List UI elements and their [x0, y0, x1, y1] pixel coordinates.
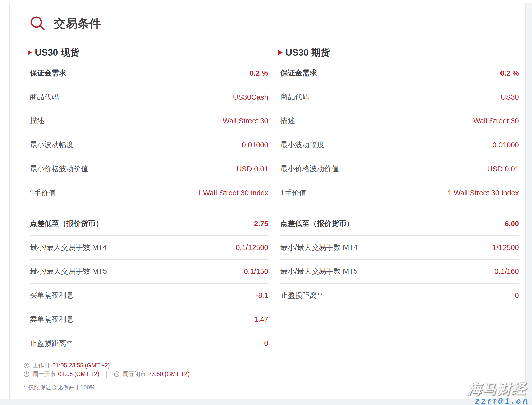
- spec-row-value: USD 0.01: [237, 165, 268, 173]
- clock-icon: [114, 371, 120, 377]
- watermark: 海马财经 zzrt01.cn: [468, 382, 530, 405]
- spec-row-label: 最小/最大交易手数 MT4: [30, 242, 107, 253]
- spec-section: 点差低至（报价货币）6.00最小/最大交易手数 MT41/12500最小/最大交…: [280, 212, 519, 307]
- friday-close-value: 23:50 (GMT +2): [148, 371, 190, 378]
- spec-row-value: 1 Wall Street 30 index: [448, 189, 519, 197]
- monday-open-value: 01:05 (GMT +2): [58, 371, 99, 378]
- spec-row: 最小价格波动价值USD 0.01: [30, 157, 268, 181]
- spec-section: 保证金需求0.2 %商品代码US30Cash描述Wall Street 30最小…: [30, 61, 268, 205]
- spec-row: 商品代码US30: [280, 85, 519, 109]
- spec-row-value: -8.1: [256, 291, 268, 300]
- spec-row-label: 保证金需求: [30, 68, 66, 78]
- spec-row: 最小/最大交易手数 MT50.1/150: [30, 260, 268, 284]
- spec-row-value: 1 Wall Street 30 index: [197, 189, 268, 197]
- spec-row-value: Wall Street 30: [473, 117, 519, 125]
- spec-row: 保证金需求0.2 %: [280, 61, 519, 85]
- spec-row-label: 商品代码: [30, 92, 59, 102]
- spec-section: 保证金需求0.2 %商品代码US30描述Wall Street 30最小波动幅度…: [280, 61, 519, 205]
- column-heading: US30 现货: [35, 46, 79, 59]
- spec-row: 描述Wall Street 30: [30, 109, 268, 133]
- bottom-page-background: [0, 399, 532, 405]
- spec-row: 最小/最大交易手数 MT41/12500: [280, 236, 519, 260]
- spec-row-label: 商品代码: [280, 92, 310, 102]
- spec-row-value: USD 0.01: [487, 165, 519, 173]
- spec-row-label: 最小/最大交易手数 MT5: [30, 266, 107, 276]
- spec-row-value: 0.1/150: [244, 267, 268, 276]
- triangle-marker-icon: [278, 50, 283, 55]
- spec-row-value: 1/12500: [492, 243, 519, 252]
- page: 交易条件 US30 现货 保证金需求0.2 %商品代码US30Cash描述Wal…: [0, 0, 532, 405]
- column-heading: US30 期货: [286, 46, 330, 59]
- spec-row-label: 买单隔夜利息: [30, 290, 74, 300]
- page-title: 交易条件: [54, 16, 101, 32]
- spec-sections: 保证金需求0.2 %商品代码US30Cash描述Wall Street 30最小…: [30, 61, 268, 355]
- magnifier-icon: [30, 16, 46, 32]
- spec-row: 最小价格波动价值USD 0.01: [280, 157, 519, 181]
- spec-row-label: 止盈损距离**: [280, 291, 323, 301]
- trading-hours-footer: 工作日 01:05-23:55 (GMT +2) 周一开市 01:05 (GMT…: [24, 361, 519, 391]
- monday-open-label: 周一开市: [33, 370, 56, 378]
- margin-footnote: **仅限保证金比例高于100%: [24, 384, 519, 391]
- weekday-label: 工作日: [33, 362, 50, 369]
- right-page-background: [526, 3, 532, 399]
- spec-row-label: 最小价格波动价值: [280, 164, 339, 174]
- spec-row-value: US30Cash: [233, 93, 268, 101]
- spec-section: 点差低至（报价货币）2.75最小/最大交易手数 MT40.1/12500最小/最…: [30, 212, 268, 355]
- spec-row: 最小波动幅度0.01000: [280, 133, 519, 157]
- left-gutter-divider: [3, 0, 3, 399]
- clock-icon: [24, 363, 29, 368]
- page-title-row: 交易条件: [30, 15, 519, 32]
- open-close-hours-line: 周一开市 01:05 (GMT +2) | 周五闭市 23:50 (GMT +2…: [24, 370, 519, 378]
- weekday-hours-value: 01:05-23:55 (GMT +2): [52, 362, 110, 369]
- spec-row: 点差低至（报价货币）6.00: [280, 212, 519, 236]
- conditions-columns: US30 现货 保证金需求0.2 %商品代码US30Cash描述Wall Str…: [30, 47, 519, 355]
- spec-row-label: 最小/最大交易手数 MT4: [280, 242, 358, 253]
- spec-row: 1手价值1 Wall Street 30 index: [280, 181, 519, 205]
- watermark-site: zzrt01.cn: [468, 397, 530, 405]
- spec-row-label: 点差低至（报价货币）: [280, 219, 354, 229]
- spec-row-value: 0.2 %: [500, 69, 519, 77]
- clock-icon: [24, 371, 29, 377]
- spec-row: 止盈损距离**0: [30, 331, 268, 355]
- column-us30-futures: US30 期货 保证金需求0.2 %商品代码US30描述Wall Street …: [280, 47, 519, 307]
- spec-row-value: 1.47: [254, 315, 268, 324]
- spec-row-label: 最小波动幅度: [30, 140, 74, 150]
- column-us30-cash: US30 现货 保证金需求0.2 %商品代码US30Cash描述Wall Str…: [30, 47, 268, 355]
- spec-row-label: 最小/最大交易手数 MT5: [280, 266, 358, 276]
- column-heading-row: US30 现货: [28, 47, 268, 58]
- spec-row-label: 最小价格波动价值: [30, 164, 88, 174]
- spec-row-label: 描述: [280, 116, 295, 126]
- spec-row-value: 0.1/12500: [236, 243, 268, 252]
- friday-close-label: 周五闭市: [123, 370, 146, 378]
- triangle-marker-icon: [28, 50, 32, 55]
- spec-row-value: 0.01000: [242, 141, 268, 149]
- spec-row: 买单隔夜利息-8.1: [30, 284, 268, 307]
- spec-row: 止盈损距离**0: [280, 284, 519, 307]
- spec-row: 描述Wall Street 30: [280, 109, 519, 133]
- spec-row: 最小波动幅度0.01000: [30, 133, 268, 157]
- spec-row-label: 1手价值: [280, 188, 306, 198]
- spec-row: 卖单隔夜利息1.47: [30, 307, 268, 331]
- spec-row-label: 最小波动幅度: [280, 140, 324, 150]
- spec-row: 商品代码US30Cash: [30, 85, 268, 109]
- spec-row: 最小/最大交易手数 MT40.1/12500: [30, 236, 268, 260]
- spec-row: 保证金需求0.2 %: [30, 61, 268, 85]
- weekday-hours-line: 工作日 01:05-23:55 (GMT +2): [24, 361, 519, 370]
- spec-row-value: 0.2 %: [249, 69, 268, 77]
- spec-row-label: 点差低至（报价货币）: [30, 219, 103, 229]
- spec-row-value: Wall Street 30: [223, 117, 268, 125]
- spec-sections: 保证金需求0.2 %商品代码US30描述Wall Street 30最小波动幅度…: [280, 61, 519, 307]
- spec-row-label: 1手价值: [30, 188, 56, 198]
- spec-row-value: 0: [515, 291, 519, 300]
- spec-row-value: 2.75: [254, 220, 268, 228]
- spec-row: 点差低至（报价货币）2.75: [30, 212, 268, 236]
- spec-row-label: 保证金需求: [280, 68, 317, 78]
- spec-row: 1手价值1 Wall Street 30 index: [30, 181, 268, 205]
- spec-row-value: 0: [264, 339, 268, 348]
- spec-row-value: US30: [500, 93, 519, 101]
- spec-row: 最小/最大交易手数 MT50.1/160: [280, 260, 519, 284]
- spec-row-value: 0.01000: [492, 141, 519, 149]
- trading-conditions-card: 交易条件 US30 现货 保证金需求0.2 %商品代码US30Cash描述Wal…: [9, 3, 526, 399]
- column-heading-row: US30 期货: [278, 47, 519, 58]
- spec-row-value: 6.00: [505, 220, 519, 228]
